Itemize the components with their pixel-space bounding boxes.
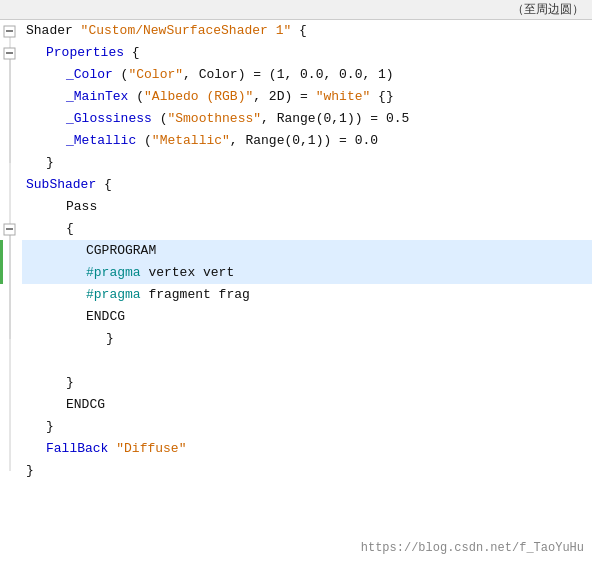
code-line: } <box>22 152 592 174</box>
code-token: _Color <box>66 64 113 86</box>
code-token: , Range(0,1)) = 0.5 <box>261 108 409 130</box>
code-token: , 2D) = <box>253 86 315 108</box>
code-token: } <box>46 152 54 174</box>
code-token: "Metallic" <box>152 130 230 152</box>
code-token: Shader <box>26 20 81 42</box>
code-token: { <box>124 42 140 64</box>
code-token: CGPROGRAM <box>86 240 156 262</box>
code-token: "Color" <box>128 64 183 86</box>
code-token: vertex vert <box>141 262 235 284</box>
code-token <box>108 438 116 460</box>
code-token: , Range(0,1)) = 0.0 <box>230 130 378 152</box>
code-token: "white" <box>316 86 371 108</box>
green-bar <box>0 240 3 284</box>
code-token: _MainTex <box>66 86 128 108</box>
code-line: CGPROGRAM <box>22 240 592 262</box>
top-bar: （至周边圆） <box>0 0 592 20</box>
code-token: {} <box>370 86 393 108</box>
code-token: { <box>66 218 74 240</box>
code-line: _Color ("Color", Color) = (1, 0.0, 0.0, … <box>22 64 592 86</box>
code-token: ENDCG <box>86 306 125 328</box>
code-line: _Glossiness ("Smoothness", Range(0,1)) =… <box>22 108 592 130</box>
watermark: https://blog.csdn.net/f_TaoYuHu <box>361 541 584 555</box>
code-token: ENDCG <box>66 394 105 416</box>
code-token: { <box>291 20 307 42</box>
code-token: , Color) = (1, 0.0, 0.0, 1) <box>183 64 394 86</box>
code-line: } <box>22 416 592 438</box>
code-line: } <box>22 460 592 482</box>
collapse-column <box>0 20 22 563</box>
code-line: Properties { <box>22 42 592 64</box>
code-token: ( <box>113 64 129 86</box>
code-line: } <box>22 328 592 350</box>
code-lines: Shader "Custom/NewSurfaceShader 1" {Prop… <box>22 20 592 563</box>
code-token: SubShader <box>26 174 96 196</box>
code-token: "Albedo (RGB)" <box>144 86 253 108</box>
code-token: Pass <box>66 196 97 218</box>
code-line: #pragma fragment frag <box>22 284 592 306</box>
code-token: _Metallic <box>66 130 136 152</box>
code-token: } <box>106 328 114 350</box>
code-token: { <box>96 174 112 196</box>
code-line: _Metallic ("Metallic", Range(0,1)) = 0.0 <box>22 130 592 152</box>
editor-container: （至周边圆） Shader "Custom/NewSurfaceShader 1… <box>0 0 592 563</box>
code-token: ( <box>136 130 152 152</box>
code-line: Shader "Custom/NewSurfaceShader 1" { <box>22 20 592 42</box>
code-line <box>22 350 592 372</box>
code-token: Properties <box>46 42 124 64</box>
code-line: ENDCG <box>22 394 592 416</box>
code-token: #pragma <box>86 262 141 284</box>
top-bar-text: （至周边圆） <box>512 1 584 18</box>
code-line: #pragma vertex vert <box>22 262 592 284</box>
code-token: _Glossiness <box>66 108 152 130</box>
code-line: ENDCG <box>22 306 592 328</box>
code-token: } <box>66 372 74 394</box>
code-token: ( <box>152 108 168 130</box>
code-token: } <box>46 416 54 438</box>
code-token: #pragma <box>86 284 141 306</box>
code-token: } <box>26 460 34 482</box>
code-token: fragment frag <box>141 284 250 306</box>
code-token: "Smoothness" <box>167 108 261 130</box>
code-line: { <box>22 218 592 240</box>
code-token: FallBack <box>46 438 108 460</box>
code-line: _MainTex ("Albedo (RGB)", 2D) = "white" … <box>22 86 592 108</box>
code-token: "Diffuse" <box>116 438 186 460</box>
collapse-svg <box>0 20 22 482</box>
code-line: FallBack "Diffuse" <box>22 438 592 460</box>
code-line: Pass <box>22 196 592 218</box>
code-token: ( <box>128 86 144 108</box>
code-line: SubShader { <box>22 174 592 196</box>
code-area: Shader "Custom/NewSurfaceShader 1" {Prop… <box>0 20 592 563</box>
code-line: } <box>22 372 592 394</box>
code-token: "Custom/NewSurfaceShader 1" <box>81 20 292 42</box>
